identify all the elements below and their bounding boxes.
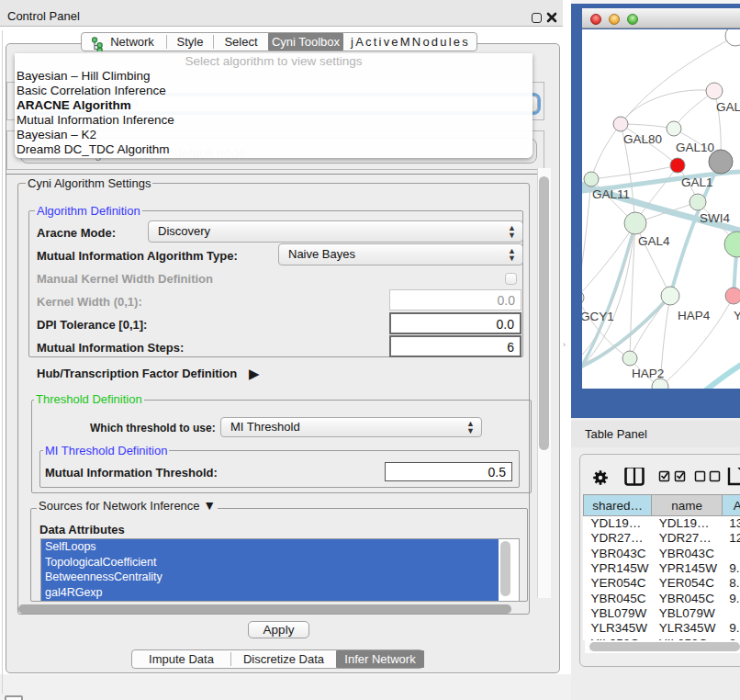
svg-text:GAL80: GAL80 bbox=[623, 132, 662, 146]
svg-text:SWI4: SWI4 bbox=[700, 211, 730, 225]
svg-text:GCY1: GCY1 bbox=[582, 310, 614, 323]
svg-text:GAL1: GAL1 bbox=[681, 175, 713, 189]
svg-text:Y: Y bbox=[734, 309, 740, 322]
svg-text:HAP4: HAP4 bbox=[678, 309, 711, 322]
svg-text:GAL: GAL bbox=[716, 100, 740, 114]
svg-text:HAP2: HAP2 bbox=[632, 367, 664, 380]
svg-text:GAL4: GAL4 bbox=[638, 234, 670, 248]
svg-text:GAL10: GAL10 bbox=[676, 141, 714, 154]
svg-text:GAL11: GAL11 bbox=[592, 187, 630, 201]
